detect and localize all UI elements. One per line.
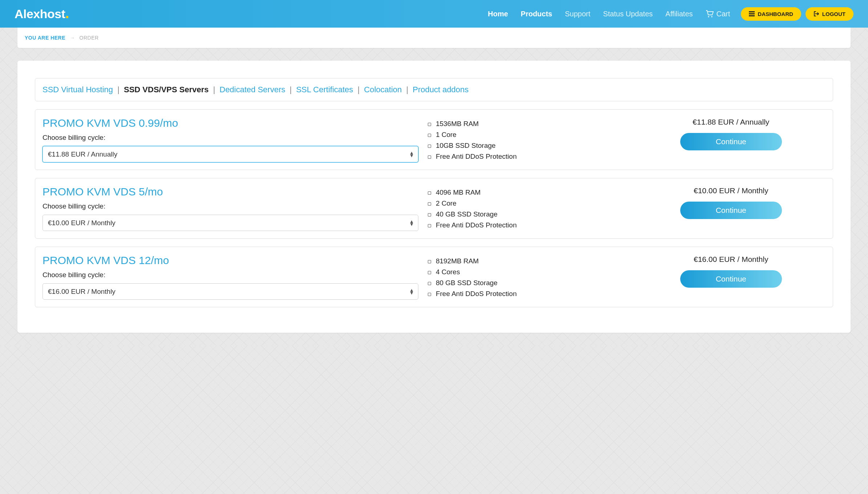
tab-ssd-virtual-hosting[interactable]: SSD Virtual Hosting — [42, 85, 113, 94]
select-wrap: €10.00 EUR / Monthly▲▼ — [42, 215, 418, 231]
product-card: PROMO KVM VDS 5/moChoose billing cycle:€… — [35, 178, 833, 239]
spec-item: 80 GB SSD Storage — [426, 278, 629, 288]
cart-icon — [706, 10, 714, 17]
separator: | — [287, 85, 294, 94]
svg-rect-4 — [749, 15, 755, 16]
tab-ssd-vds-vps-servers[interactable]: SSD VDS/VPS Servers — [124, 85, 209, 94]
dashboard-icon — [749, 11, 755, 16]
tab-product-addons[interactable]: Product addons — [413, 85, 469, 94]
product-specs: 8192MB RAM4 Cores80 GB SSD StorageFree A… — [426, 254, 629, 300]
spec-item: Free Anti DDoS Protection — [426, 288, 629, 299]
product-price: €10.00 EUR / Monthly — [636, 186, 826, 195]
logout-icon — [814, 11, 819, 17]
logo-dot-icon: . — [65, 5, 69, 21]
breadcrumb-root[interactable]: YOU ARE HERE — [25, 35, 65, 41]
specs-list: 8192MB RAM4 Cores80 GB SSD StorageFree A… — [426, 256, 629, 299]
separator: | — [211, 85, 218, 94]
logout-button[interactable]: LOGOUT — [806, 7, 853, 21]
select-wrap: €11.88 EUR / Annually▲▼ — [42, 146, 418, 162]
product-right: €10.00 EUR / MonthlyContinue — [636, 186, 826, 231]
tab-ssl-certificates[interactable]: SSL Certificates — [296, 85, 353, 94]
spec-item: 40 GB SSD Storage — [426, 209, 629, 220]
product-title[interactable]: PROMO KVM VDS 12/mo — [42, 254, 418, 267]
nav-link-support[interactable]: Support — [565, 10, 590, 18]
spec-item: 8192MB RAM — [426, 256, 629, 267]
spec-item: 1536MB RAM — [426, 118, 629, 129]
products-container: PROMO KVM VDS 0.99/moChoose billing cycl… — [35, 109, 833, 307]
continue-button[interactable]: Continue — [680, 133, 782, 150]
separator: | — [115, 85, 122, 94]
product-left: PROMO KVM VDS 5/moChoose billing cycle:€… — [42, 186, 418, 231]
product-left: PROMO KVM VDS 12/moChoose billing cycle:… — [42, 254, 418, 300]
product-specs: 4096 MB RAM2 Core40 GB SSD StorageFree A… — [426, 186, 629, 231]
spec-item: 10GB SSD Storage — [426, 140, 629, 151]
svg-point-1 — [711, 16, 713, 17]
select-wrap: €16.00 EUR / Monthly▲▼ — [42, 283, 418, 300]
tab-dedicated-servers[interactable]: Dedicated Servers — [220, 85, 285, 94]
billing-label: Choose billing cycle: — [42, 271, 418, 279]
spec-item: Free Anti DDoS Protection — [426, 220, 629, 231]
product-title[interactable]: PROMO KVM VDS 0.99/mo — [42, 117, 418, 129]
nav-links: HomeProductsSupportStatus UpdatesAffilia… — [488, 10, 730, 18]
continue-button[interactable]: Continue — [680, 202, 782, 219]
product-specs: 1536MB RAM1 Core10GB SSD StorageFree Ant… — [426, 117, 629, 162]
logo-text: Alexhost — [15, 7, 65, 21]
breadcrumb-current: ORDER — [80, 35, 99, 41]
navbar: Alexhost. HomeProductsSupportStatus Upda… — [0, 0, 868, 28]
cart-label: Cart — [717, 10, 730, 18]
cart-link[interactable]: Cart — [706, 10, 730, 18]
logout-label: LOGOUT — [822, 11, 845, 17]
nav-link-home[interactable]: Home — [488, 10, 508, 18]
separator: | — [355, 85, 362, 94]
billing-label: Choose billing cycle: — [42, 134, 418, 142]
product-right: €16.00 EUR / MonthlyContinue — [636, 254, 826, 300]
specs-list: 1536MB RAM1 Core10GB SSD StorageFree Ant… — [426, 118, 629, 162]
product-title[interactable]: PROMO KVM VDS 5/mo — [42, 186, 418, 198]
main-content: SSD Virtual Hosting | SSD VDS/VPS Server… — [17, 61, 851, 333]
continue-button[interactable]: Continue — [680, 270, 782, 288]
tab-colocation[interactable]: Colocation — [364, 85, 402, 94]
billing-cycle-select[interactable]: €10.00 EUR / Monthly — [42, 215, 418, 231]
breadcrumb-card: YOU ARE HERE → ORDER — [17, 28, 851, 48]
dashboard-label: DASHBOARD — [758, 11, 793, 17]
nav-buttons: DASHBOARD LOGOUT — [741, 7, 853, 21]
billing-label: Choose billing cycle: — [42, 202, 418, 210]
billing-cycle-select[interactable]: €11.88 EUR / Annually — [42, 146, 418, 162]
svg-point-0 — [708, 16, 709, 17]
nav-link-affiliates[interactable]: Affiliates — [665, 10, 693, 18]
product-price: €16.00 EUR / Monthly — [636, 255, 826, 264]
svg-rect-2 — [749, 11, 755, 12]
product-right: €11.88 EUR / AnnuallyContinue — [636, 117, 826, 162]
nav-link-status-updates[interactable]: Status Updates — [603, 10, 653, 18]
spec-item: 4096 MB RAM — [426, 187, 629, 198]
nav-link-products[interactable]: Products — [521, 10, 552, 18]
product-card: PROMO KVM VDS 12/moChoose billing cycle:… — [35, 247, 833, 307]
category-tabs: SSD Virtual Hosting | SSD VDS/VPS Server… — [35, 78, 833, 101]
specs-list: 4096 MB RAM2 Core40 GB SSD StorageFree A… — [426, 187, 629, 231]
separator: | — [404, 85, 410, 94]
product-price: €11.88 EUR / Annually — [636, 118, 826, 126]
arrow-right-icon: → — [70, 35, 75, 41]
svg-rect-3 — [749, 13, 755, 15]
spec-item: 2 Core — [426, 198, 629, 209]
dashboard-button[interactable]: DASHBOARD — [741, 7, 801, 21]
billing-cycle-select[interactable]: €16.00 EUR / Monthly — [42, 283, 418, 300]
logo[interactable]: Alexhost. — [15, 7, 69, 21]
breadcrumb: YOU ARE HERE → ORDER — [25, 35, 843, 41]
spec-item: Free Anti DDoS Protection — [426, 151, 629, 162]
product-card: PROMO KVM VDS 0.99/moChoose billing cycl… — [35, 109, 833, 170]
product-left: PROMO KVM VDS 0.99/moChoose billing cycl… — [42, 117, 418, 162]
spec-item: 1 Core — [426, 129, 629, 140]
spec-item: 4 Cores — [426, 267, 629, 278]
